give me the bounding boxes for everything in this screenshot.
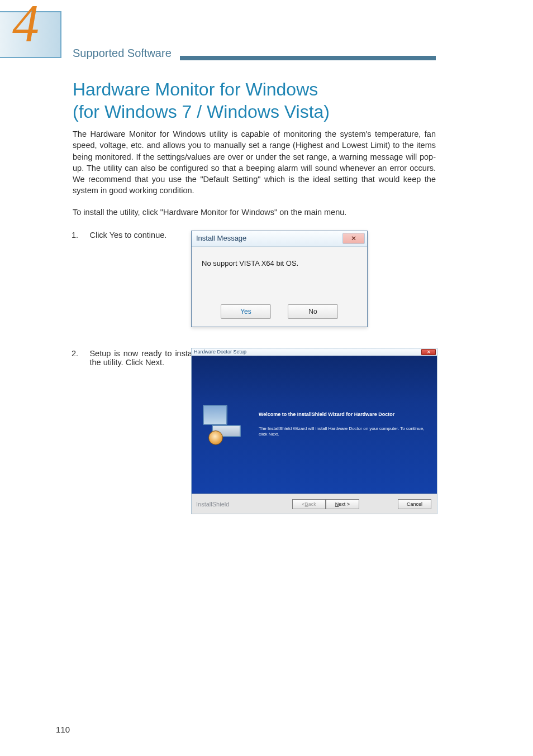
computer-icon (203, 405, 243, 445)
next-button[interactable]: Next > (326, 499, 359, 509)
intro-paragraph: The Hardware Monitor for Windows utility… (73, 128, 436, 197)
heading-line1: Hardware Monitor for Windows (73, 79, 318, 99)
section-title: Supported Software (73, 47, 172, 60)
back-label-post: ack (308, 501, 316, 507)
installshield-brand: InstallShield (196, 501, 229, 508)
no-button[interactable]: No (288, 304, 338, 319)
next-label-post: ext > (339, 501, 350, 507)
step-text: Setup is now ready to install the utilit… (89, 349, 196, 367)
section-rule (180, 56, 436, 59)
dialog-title: Hardware Doctor Setup (194, 349, 246, 355)
close-icon: ✕ (351, 235, 356, 242)
dialog-body: Welcome to the InstallShield Wizard for … (191, 356, 437, 514)
close-button[interactable]: ✕ (421, 349, 436, 355)
step-text: Click Yes to continue. (89, 231, 196, 240)
wizard-footer: InstallShield < Back Next > Cancel (192, 494, 437, 514)
dialog-titlebar: Install Message ✕ (192, 231, 367, 247)
wizard-welcome-heading: Welcome to the InstallShield Wizard for … (259, 412, 429, 417)
dialog-button-row: Yes No (192, 304, 367, 319)
dialog-title: Install Message (196, 234, 246, 242)
dialog-message: No support VISTA X64 bit OS. (192, 247, 367, 267)
step-number: 2. (72, 349, 87, 358)
page-heading: Hardware Monitor for Windows (for Window… (73, 78, 330, 123)
yes-button[interactable]: Yes (221, 304, 271, 319)
close-icon: ✕ (427, 350, 431, 355)
wizard-subtitle: The InstallShield Wizard will install Ha… (259, 426, 429, 437)
heading-line2: (for Windows 7 / Windows Vista) (73, 102, 330, 122)
dialog-titlebar: Hardware Doctor Setup ✕ (191, 348, 437, 356)
install-message-dialog: Install Message ✕ No support VISTA X64 b… (191, 231, 368, 327)
instruction-paragraph: To install the utility, click "Hardware … (73, 207, 436, 218)
cancel-button[interactable]: Cancel (398, 499, 431, 509)
page-number: 110 (56, 725, 70, 734)
close-button[interactable]: ✕ (342, 233, 365, 244)
back-button[interactable]: < Back (292, 499, 326, 509)
hardware-doctor-setup-dialog: Hardware Doctor Setup ✕ Welcome to the I… (191, 348, 437, 514)
chapter-number: 4 (12, 0, 39, 50)
step-number: 1. (72, 231, 87, 240)
